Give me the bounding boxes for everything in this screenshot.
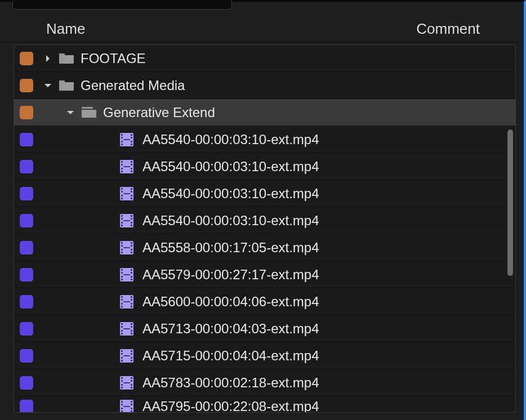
- label-color-swatch[interactable]: [20, 133, 33, 146]
- chevron-down-icon[interactable]: [39, 81, 57, 90]
- clip-name[interactable]: AA5795-00:00:22:08-ext.mp4: [142, 399, 319, 413]
- video-clip-icon: [120, 400, 133, 413]
- svg-rect-81: [131, 323, 132, 325]
- clip-row[interactable]: AA5715-00:00:04:04-ext.mp4: [14, 342, 515, 369]
- svg-rect-38: [121, 218, 123, 220]
- search-input[interactable]: [12, 0, 232, 10]
- svg-rect-45: [123, 220, 130, 221]
- bin-row[interactable]: Generated Media: [14, 72, 515, 99]
- svg-rect-15: [123, 139, 130, 140]
- scrollbar-thumb[interactable]: [507, 129, 513, 276]
- label-color-swatch[interactable]: [20, 295, 33, 309]
- label-color-swatch[interactable]: [20, 349, 33, 363]
- svg-rect-43: [131, 222, 132, 224]
- svg-rect-104: [131, 387, 132, 388]
- clip-row[interactable]: AA5600-00:00:04:06-ext.mp4: [14, 288, 515, 315]
- label-color-swatch[interactable]: [20, 52, 33, 65]
- svg-rect-39: [121, 222, 123, 224]
- clip-row[interactable]: AA5540-00:00:03:10-ext.mp4: [14, 153, 515, 180]
- video-clip-icon: [120, 376, 133, 390]
- svg-rect-91: [131, 350, 132, 352]
- svg-rect-77: [121, 323, 123, 325]
- clip-name[interactable]: AA5713-00:00:04:03-ext.mp4: [142, 321, 319, 337]
- svg-rect-29: [121, 195, 123, 196]
- svg-rect-84: [131, 333, 132, 334]
- video-clip-icon: [120, 133, 133, 146]
- svg-rect-115: [123, 406, 130, 407]
- svg-rect-61: [131, 269, 132, 271]
- clip-name[interactable]: AA5540-00:00:03:10-ext.mp4: [142, 159, 319, 175]
- svg-rect-14: [131, 144, 132, 145]
- folder-icon: [59, 80, 74, 91]
- svg-rect-23: [131, 168, 132, 169]
- label-color-swatch[interactable]: [20, 106, 33, 119]
- svg-rect-10: [121, 144, 123, 145]
- svg-rect-53: [131, 249, 132, 251]
- clip-row[interactable]: AA5783-00:00:02:18-ext.mp4: [14, 369, 515, 396]
- svg-rect-82: [131, 326, 132, 328]
- bin-row[interactable]: Generative Extend: [14, 99, 515, 126]
- svg-rect-62: [131, 272, 132, 274]
- svg-rect-13: [131, 141, 132, 142]
- label-color-swatch[interactable]: [20, 160, 33, 173]
- svg-rect-100: [121, 387, 123, 388]
- svg-rect-95: [123, 355, 130, 356]
- clip-row[interactable]: AA5579-00:00:27:17-ext.mp4: [14, 261, 515, 288]
- svg-rect-103: [131, 384, 132, 386]
- clip-name[interactable]: AA5558-00:00:17:05-ext.mp4: [142, 240, 319, 256]
- svg-rect-47: [121, 242, 123, 244]
- clip-row[interactable]: AA5713-00:00:04:03-ext.mp4: [14, 315, 515, 342]
- clip-name[interactable]: AA5540-00:00:03:10-ext.mp4: [142, 186, 319, 202]
- clip-name[interactable]: AA5715-00:00:04:04-ext.mp4: [142, 348, 319, 364]
- project-panel: Name Comment FOOTAGEGenerated MediaGener…: [0, 0, 526, 420]
- clip-row[interactable]: AA5540-00:00:03:10-ext.mp4: [14, 180, 515, 207]
- chevron-right-icon[interactable]: [39, 54, 57, 63]
- clip-row[interactable]: AA5540-00:00:03:10-ext.mp4: [14, 126, 515, 153]
- column-header-comment[interactable]: Comment: [416, 20, 480, 38]
- label-color-swatch[interactable]: [20, 214, 33, 227]
- video-clip-icon: [120, 214, 133, 227]
- svg-rect-35: [123, 193, 130, 194]
- svg-rect-57: [121, 269, 123, 271]
- label-color-swatch[interactable]: [20, 268, 33, 282]
- svg-rect-101: [131, 377, 132, 379]
- svg-rect-42: [131, 218, 132, 220]
- chevron-down-icon[interactable]: [61, 108, 79, 117]
- column-header-name[interactable]: Name: [46, 20, 416, 38]
- svg-rect-93: [131, 357, 132, 359]
- svg-rect-105: [123, 382, 130, 383]
- svg-rect-109: [121, 408, 123, 409]
- svg-rect-51: [131, 242, 132, 244]
- svg-rect-8: [121, 137, 123, 138]
- label-color-swatch[interactable]: [20, 79, 33, 92]
- svg-rect-58: [121, 272, 123, 274]
- label-color-swatch[interactable]: [20, 400, 33, 413]
- svg-rect-0: [59, 55, 74, 64]
- clip-name[interactable]: AA5600-00:00:04:06-ext.mp4: [142, 294, 319, 310]
- bin-row[interactable]: FOOTAGE: [14, 45, 515, 72]
- bin-name[interactable]: FOOTAGE: [81, 51, 146, 66]
- clip-row[interactable]: AA5558-00:00:17:05-ext.mp4: [14, 234, 515, 261]
- bin-name[interactable]: Generative Extend: [103, 105, 215, 120]
- clip-row[interactable]: AA5540-00:00:03:10-ext.mp4: [14, 207, 515, 234]
- label-color-swatch[interactable]: [20, 241, 33, 254]
- svg-rect-74: [131, 306, 132, 307]
- svg-rect-89: [121, 357, 123, 359]
- svg-rect-40: [121, 225, 123, 226]
- svg-rect-114: [131, 410, 132, 412]
- label-color-swatch[interactable]: [20, 322, 33, 336]
- svg-rect-102: [131, 380, 132, 382]
- svg-rect-30: [121, 198, 123, 199]
- svg-rect-113: [131, 408, 132, 409]
- svg-rect-20: [121, 171, 123, 172]
- clip-name[interactable]: AA5540-00:00:03:10-ext.mp4: [142, 213, 319, 229]
- label-color-swatch[interactable]: [20, 187, 33, 200]
- clip-row[interactable]: AA5795-00:00:22:08-ext.mp4: [14, 396, 515, 413]
- folder-icon: [82, 107, 96, 118]
- clip-name[interactable]: AA5579-00:00:27:17-ext.mp4: [142, 267, 319, 283]
- clip-name[interactable]: AA5540-00:00:03:10-ext.mp4: [142, 132, 319, 148]
- clip-name[interactable]: AA5783-00:00:02:18-ext.mp4: [142, 375, 319, 391]
- label-color-swatch[interactable]: [20, 376, 33, 390]
- svg-rect-73: [131, 303, 132, 305]
- bin-name[interactable]: Generated Media: [81, 78, 185, 93]
